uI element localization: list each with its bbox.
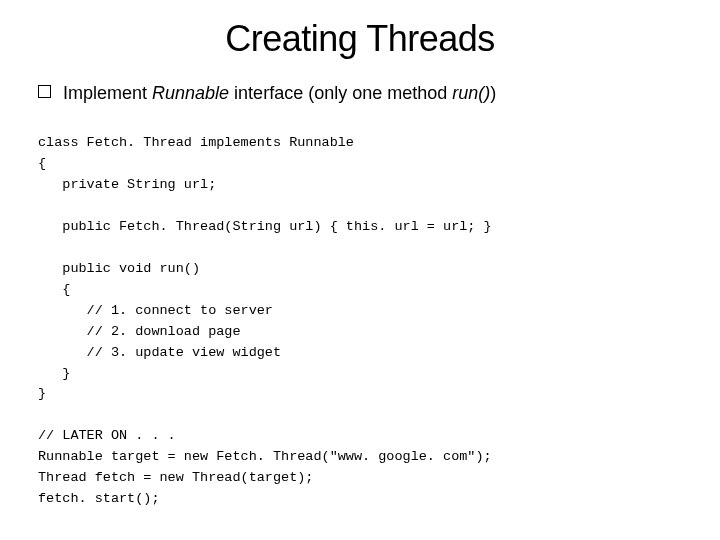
bullet-prefix: Implement [63,83,152,103]
bullet-text: Implement Runnable interface (only one m… [63,82,496,105]
code-block: class Fetch. Thread implements Runnable … [28,133,692,510]
bullet-em-run: run() [452,83,490,103]
bullet-checkbox-icon [38,85,51,98]
bullet-item: Implement Runnable interface (only one m… [28,82,692,105]
bullet-suffix: ) [490,83,496,103]
slide-title: Creating Threads [28,18,692,60]
bullet-em-runnable: Runnable [152,83,229,103]
bullet-mid: interface (only one method [229,83,452,103]
